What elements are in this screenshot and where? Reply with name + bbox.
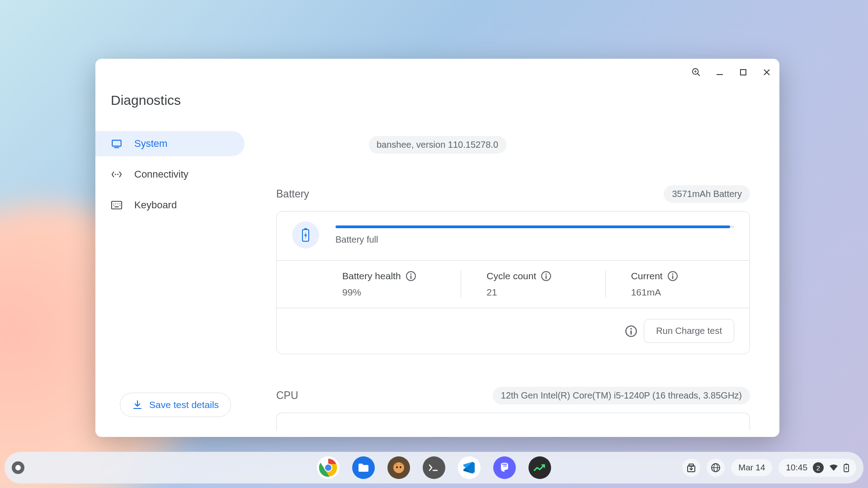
nav-item-connectivity[interactable]: Connectivity — [95, 162, 245, 187]
cpu-section: CPU 12th Gen Intel(R) Core(TM) i5-1240P … — [276, 387, 750, 431]
svg-rect-8 — [112, 140, 121, 146]
svg-point-26 — [546, 273, 547, 275]
stat-cycle-label: Cycle count — [486, 271, 536, 282]
battery-section-header: Battery 3571mAh Battery — [276, 185, 750, 203]
svg-rect-21 — [304, 228, 307, 230]
fox-icon — [392, 461, 406, 474]
svg-point-23 — [410, 273, 411, 275]
svg-rect-5 — [741, 70, 746, 75]
svg-point-14 — [115, 203, 116, 204]
status-area-right[interactable]: 10:45 2 — [778, 459, 856, 477]
battery-card: Battery full Battery health 99% — [276, 211, 750, 354]
close-icon — [763, 68, 771, 76]
tray-tote-button[interactable] — [682, 459, 700, 477]
page-title: Diagnostics — [111, 93, 181, 108]
shelf-time: 10:45 — [786, 463, 807, 473]
svg-rect-12 — [112, 202, 122, 209]
chart-icon — [533, 463, 546, 472]
battery-section-title: Battery — [276, 188, 309, 200]
app-mastodon[interactable] — [493, 456, 516, 479]
svg-line-1 — [698, 74, 700, 76]
battery-status-text: Battery full — [335, 235, 734, 245]
terminal-icon — [428, 463, 440, 472]
tray-cast-button[interactable] — [707, 459, 725, 477]
shelf-left — [12, 461, 24, 474]
launcher-button[interactable] — [12, 461, 24, 474]
shelf-date: Mar 14 — [738, 463, 765, 473]
globe-icon — [711, 463, 721, 473]
app-stocks[interactable] — [528, 456, 551, 479]
battery-icon-wrap — [292, 221, 319, 249]
stat-health-label: Battery health — [342, 271, 401, 282]
save-button-label: Save test details — [149, 399, 219, 410]
save-test-details-button[interactable]: Save test details — [120, 393, 231, 417]
svg-rect-43 — [689, 464, 693, 466]
minimize-button[interactable] — [712, 65, 727, 80]
stat-health-value: 99% — [342, 287, 461, 298]
system-icon — [111, 138, 123, 150]
battery-progress-fill — [335, 225, 730, 228]
svg-point-15 — [118, 203, 118, 204]
info-icon[interactable] — [625, 325, 637, 338]
app-terminal[interactable] — [423, 456, 445, 479]
shelf-apps — [317, 456, 551, 479]
app-files[interactable] — [352, 456, 375, 479]
download-icon — [132, 399, 143, 410]
battery-capacity-chip: 3571mAh Battery — [664, 185, 750, 203]
stat-current-value: 161mA — [631, 287, 750, 298]
info-icon[interactable] — [406, 271, 416, 282]
shelf: Mar 14 10:45 2 — [5, 452, 863, 483]
app-vscode[interactable] — [458, 456, 481, 479]
svg-point-10 — [115, 174, 116, 175]
nav-item-keyboard[interactable]: Keyboard — [95, 192, 245, 218]
cpu-chip: 12th Gen Intel(R) Core(TM) i5-1240P (16 … — [493, 387, 750, 404]
tote-icon — [686, 463, 696, 473]
svg-point-38 — [393, 462, 404, 473]
nav-label: Connectivity — [134, 169, 189, 180]
stat-health: Battery health 99% — [277, 271, 461, 298]
svg-rect-30 — [672, 276, 673, 279]
svg-point-17 — [113, 205, 114, 206]
close-button[interactable] — [760, 65, 774, 80]
svg-point-16 — [120, 203, 121, 204]
window-controls — [689, 65, 774, 80]
svg-point-40 — [400, 466, 401, 468]
nav-label: System — [134, 138, 167, 150]
svg-rect-24 — [410, 276, 411, 279]
nav-item-system[interactable]: System — [95, 131, 245, 156]
svg-rect-48 — [845, 464, 847, 465]
stat-current-label: Current — [631, 271, 663, 282]
search-button[interactable] — [689, 65, 703, 80]
cpu-section-title: CPU — [276, 389, 298, 402]
svg-point-29 — [672, 273, 673, 275]
svg-point-37 — [325, 465, 331, 471]
content-area: Battery 3571mAh Battery Battery full — [276, 185, 750, 437]
status-area[interactable]: Mar 14 — [731, 459, 772, 476]
info-icon[interactable] — [667, 271, 678, 282]
chrome-icon — [319, 458, 338, 477]
run-charge-test-button[interactable]: Run Charge test — [644, 319, 734, 343]
battery-icon — [844, 463, 849, 472]
app-chrome[interactable] — [317, 456, 340, 479]
vscode-icon — [462, 460, 476, 475]
notification-count: 2 — [813, 462, 824, 473]
svg-point-39 — [396, 466, 398, 468]
svg-point-18 — [120, 205, 121, 206]
stat-current: Current 161mA — [606, 271, 750, 298]
connectivity-icon — [111, 169, 123, 180]
wifi-icon — [829, 464, 838, 471]
app-icon-3[interactable] — [387, 456, 410, 479]
battery-progress-track — [335, 225, 734, 228]
version-chip: banshee, version 110.15278.0 — [368, 136, 506, 154]
mastodon-icon — [499, 462, 510, 474]
battery-stats-row: Battery health 99% Cycle count — [277, 260, 750, 308]
battery-progress-wrap: Battery full — [335, 225, 734, 245]
svg-rect-33 — [631, 330, 632, 334]
keyboard-icon — [111, 199, 123, 211]
info-icon[interactable] — [541, 271, 552, 282]
maximize-button[interactable] — [736, 65, 750, 80]
diagnostics-window: Diagnostics System Connectivity — [95, 59, 779, 437]
minimize-icon — [716, 68, 724, 76]
nav-label: Keyboard — [134, 199, 177, 211]
cpu-section-header: CPU 12th Gen Intel(R) Core(TM) i5-1240P … — [276, 387, 750, 404]
